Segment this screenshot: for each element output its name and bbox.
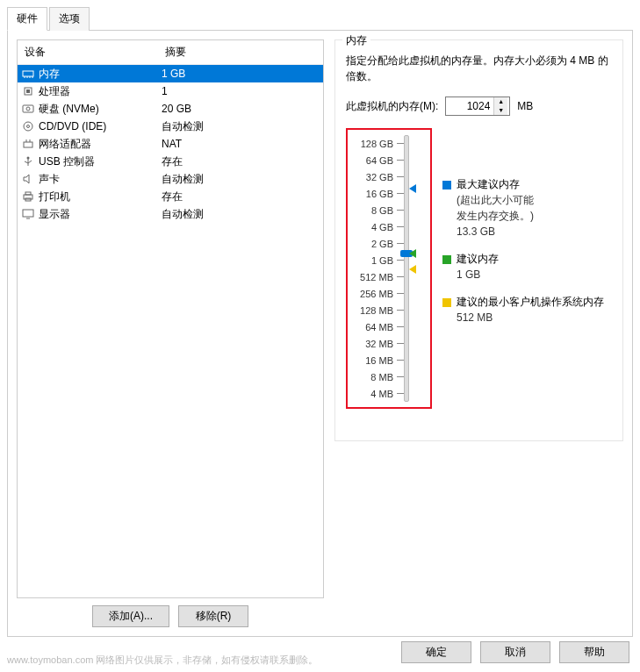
tick: 4 MB xyxy=(351,385,404,402)
svg-point-10 xyxy=(27,125,30,128)
svg-rect-0 xyxy=(23,71,33,76)
device-name: 网络适配器 xyxy=(39,137,162,152)
device-name: 声卡 xyxy=(39,172,162,187)
table-row[interactable]: CD/DVD (IDE)自动检测 xyxy=(18,118,323,135)
tab-bar: 硬件 选项 xyxy=(7,7,633,31)
tick: 1 GB xyxy=(351,252,404,268)
device-summary: 自动检测 xyxy=(162,172,320,187)
table-row[interactable]: 硬盘 (NVMe)20 GB xyxy=(18,100,323,118)
cancel-button[interactable]: 取消 xyxy=(480,641,550,663)
memory-unit: MB xyxy=(517,100,533,112)
spin-up-icon[interactable]: ▲ xyxy=(494,97,507,106)
table-row[interactable]: 处理器1 xyxy=(18,82,323,100)
tick: 32 MB xyxy=(351,335,404,352)
device-summary: 20 GB xyxy=(162,103,320,115)
max-marker-icon xyxy=(409,184,416,193)
add-button[interactable]: 添加(A)... xyxy=(92,605,169,627)
memory-slider-box: 128 GB64 GB32 GB16 GB8 GB4 GB2 GB1 GB512… xyxy=(346,128,432,409)
svg-rect-17 xyxy=(25,192,31,195)
svg-rect-19 xyxy=(23,210,33,217)
tick: 256 MB xyxy=(351,285,404,302)
tick: 2 GB xyxy=(351,235,404,252)
table-header: 设备 摘要 xyxy=(18,40,323,65)
memory-label: 此虚拟机的内存(M): xyxy=(346,99,438,114)
device-name: 打印机 xyxy=(39,189,162,204)
svg-point-9 xyxy=(24,122,32,131)
col-summary: 摘要 xyxy=(158,40,323,64)
tick: 64 MB xyxy=(351,318,404,335)
device-name: 硬盘 (NVMe) xyxy=(39,102,162,117)
min-marker-icon xyxy=(409,265,416,274)
legend-min: 建议的最小客户机操作系统内存 512 MB xyxy=(442,295,612,325)
svg-rect-6 xyxy=(26,89,30,93)
device-summary: NAT xyxy=(162,138,320,150)
svg-rect-11 xyxy=(24,142,32,147)
tick: 32 GB xyxy=(351,168,404,185)
device-name: 处理器 xyxy=(39,84,162,99)
tick: 128 GB xyxy=(351,135,404,152)
device-summary: 自动检测 xyxy=(162,207,320,222)
tick: 64 GB xyxy=(351,152,404,168)
tab-hardware[interactable]: 硬件 xyxy=(7,7,47,31)
col-device: 设备 xyxy=(18,40,158,64)
table-row[interactable]: 显示器自动检测 xyxy=(18,205,323,223)
svg-point-8 xyxy=(26,107,30,111)
square-icon xyxy=(442,298,451,307)
svg-rect-7 xyxy=(23,105,33,112)
memory-spinbox[interactable]: ▲ ▼ xyxy=(445,97,510,116)
remove-button[interactable]: 移除(R) xyxy=(178,605,248,627)
memory-panel: 内存 指定分配给此虚拟机的内存量。内存大小必须为 4 MB 的倍数。 此虚拟机的… xyxy=(334,39,623,441)
device-name: CD/DVD (IDE) xyxy=(39,120,162,132)
device-summary: 1 GB xyxy=(162,68,320,80)
panel-desc: 指定分配给此虚拟机的内存量。内存大小必须为 4 MB 的倍数。 xyxy=(346,53,612,84)
snd-icon xyxy=(21,173,35,185)
usb-icon xyxy=(21,155,35,168)
hardware-list-panel: 设备 摘要 内存1 GB处理器1硬盘 (NVMe)20 GBCD/DVD (ID… xyxy=(17,39,324,627)
help-button[interactable]: 帮助 xyxy=(559,641,629,663)
mon-icon xyxy=(21,208,35,220)
cd-icon xyxy=(21,120,35,132)
memory-input[interactable] xyxy=(446,97,493,115)
tick: 128 MB xyxy=(351,302,404,318)
svg-point-15 xyxy=(27,157,30,160)
tick: 16 GB xyxy=(351,185,404,202)
table-row[interactable]: 网络适配器NAT xyxy=(18,135,323,153)
tick: 16 MB xyxy=(351,352,404,368)
device-summary: 1 xyxy=(162,85,320,97)
square-icon xyxy=(442,255,451,264)
hdd-icon xyxy=(21,103,35,115)
table-row[interactable]: USB 控制器存在 xyxy=(18,153,323,170)
cpu-icon xyxy=(21,85,35,97)
dialog-footer: 确定 取消 帮助 xyxy=(401,641,629,663)
device-name: USB 控制器 xyxy=(39,154,162,169)
tick: 8 GB xyxy=(351,202,404,218)
net-icon xyxy=(21,138,35,150)
tick: 4 GB xyxy=(351,218,404,235)
table-row[interactable]: 打印机存在 xyxy=(18,188,323,205)
prn-icon xyxy=(21,190,35,203)
mem-icon xyxy=(21,68,35,80)
spin-down-icon[interactable]: ▼ xyxy=(494,106,507,115)
rec-marker-icon xyxy=(409,249,416,258)
table-row[interactable]: 声卡自动检测 xyxy=(18,170,323,188)
device-name: 显示器 xyxy=(39,207,162,222)
tab-options[interactable]: 选项 xyxy=(49,7,90,31)
legend-max: 最大建议内存 (超出此大小可能 发生内存交换。) 13.3 GB xyxy=(442,177,612,239)
device-summary: 存在 xyxy=(162,154,320,169)
watermark: www.toymoban.com 网络图片仅供展示，非存储，如有侵权请联系删除。 xyxy=(7,654,318,667)
legend-rec: 建议内存 1 GB xyxy=(442,252,612,282)
device-name: 内存 xyxy=(39,67,162,82)
tick: 8 MB xyxy=(351,368,404,385)
tick: 512 MB xyxy=(351,268,404,285)
table-row[interactable]: 内存1 GB xyxy=(18,65,323,82)
device-summary: 存在 xyxy=(162,189,320,204)
square-icon xyxy=(442,181,451,189)
device-summary: 自动检测 xyxy=(162,119,320,134)
panel-title: 内存 xyxy=(342,33,370,48)
ok-button[interactable]: 确定 xyxy=(401,641,471,663)
